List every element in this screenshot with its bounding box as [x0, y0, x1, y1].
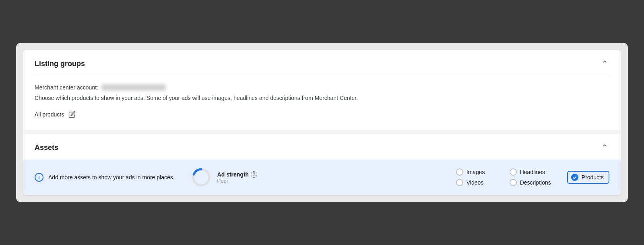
checkbox-descriptions-label: Descriptions — [520, 179, 551, 186]
listing-groups-collapse-button[interactable]: ⌃ — [600, 59, 609, 69]
assets-header: Assets ⌃ — [23, 134, 621, 160]
checkbox-headlines[interactable]: Headlines — [510, 168, 551, 176]
ad-strength-label: Ad strength ? — [217, 171, 258, 178]
checkbox-products-label: Products — [582, 174, 604, 181]
all-products-row: All products — [35, 110, 609, 118]
ad-strength-area: Ad strength ? Poor — [191, 167, 258, 188]
checkbox-images-label: Images — [466, 169, 485, 175]
checkbox-images[interactable]: Images — [456, 168, 497, 176]
ad-strength-donut — [191, 167, 212, 188]
listing-groups-body: Merchant center account: Choose which pr… — [23, 76, 621, 130]
banner-text: Add more assets to show your ads in more… — [48, 174, 175, 181]
checkbox-products-circle — [571, 174, 578, 181]
assets-title: Assets — [35, 143, 58, 152]
merchant-line: Merchant center account: — [35, 84, 609, 91]
assets-section: Assets ⌃ i Add more assets to show your … — [23, 134, 621, 195]
edit-icon[interactable] — [68, 110, 76, 118]
listing-groups-header: Listing groups ⌃ — [23, 50, 621, 76]
checkbox-videos-label: Videos — [466, 179, 484, 186]
assets-collapse-button[interactable]: ⌃ — [600, 143, 609, 152]
question-icon[interactable]: ? — [251, 171, 257, 178]
inner-container: Listing groups ⌃ Merchant center account… — [23, 50, 621, 195]
checkbox-products-wrapper[interactable]: Products — [567, 171, 609, 184]
ad-strength-info: Ad strength ? Poor — [217, 171, 258, 184]
assets-banner: i Add more assets to show your ads in mo… — [23, 160, 621, 195]
checkbox-descriptions-circle — [510, 179, 517, 186]
sections-separator — [23, 130, 621, 134]
ad-strength-value: Poor — [217, 178, 258, 184]
all-products-label: All products — [35, 111, 64, 118]
banner-info: i Add more assets to show your ads in mo… — [35, 173, 175, 182]
checkbox-headlines-label: Headlines — [520, 169, 545, 175]
checkbox-descriptions[interactable]: Descriptions — [510, 179, 551, 186]
info-icon: i — [35, 173, 43, 182]
listing-groups-section: Listing groups ⌃ Merchant center account… — [23, 50, 621, 130]
checkbox-videos[interactable]: Videos — [456, 179, 497, 186]
checkbox-videos-circle — [456, 179, 463, 186]
merchant-account-value — [101, 84, 166, 91]
checkbox-images-circle — [456, 168, 463, 176]
outer-container: Listing groups ⌃ Merchant center account… — [16, 43, 628, 202]
checkboxes-area: Images Headlines Videos De — [456, 168, 551, 186]
merchant-label: Merchant center account: — [35, 84, 98, 91]
listing-groups-description: Choose which products to show in your ad… — [35, 94, 609, 102]
listing-groups-title: Listing groups — [35, 60, 85, 68]
checkbox-headlines-circle — [510, 168, 517, 176]
